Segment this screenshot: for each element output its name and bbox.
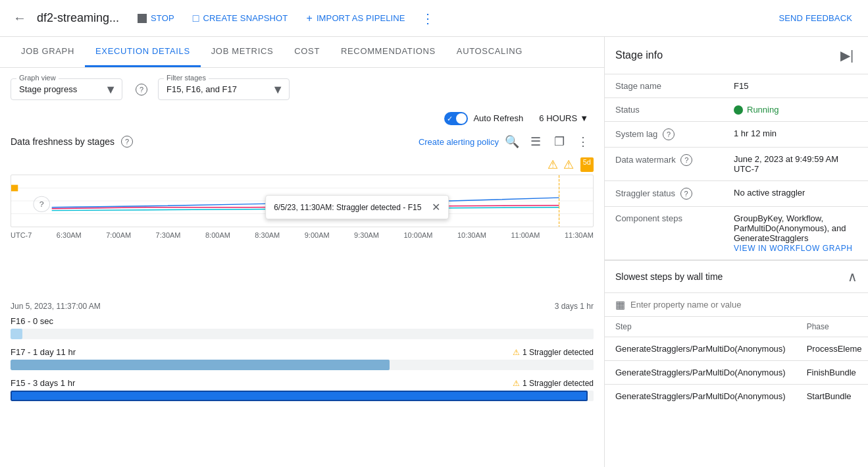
back-button[interactable]: ← <box>8 7 32 30</box>
search-chart-button[interactable]: 🔍 <box>501 131 523 152</box>
stage-time-left: Jun 5, 2023, 11:37:00 AM <box>11 302 101 311</box>
step-cell: GenerateStragglers/ParMultiDo(Anonymous) <box>605 337 796 361</box>
stage-bar-track-f16 <box>11 329 594 339</box>
filter-icon: ☰ <box>530 134 541 149</box>
tooltip-close-button[interactable]: ✕ <box>432 201 440 213</box>
warning-icon-f15: ⚠ <box>513 379 520 388</box>
filter-row: ▦ <box>605 293 868 317</box>
send-feedback-button[interactable]: SEND FEEDBACK <box>771 9 861 27</box>
stage-name-label: Stage name <box>605 74 723 98</box>
step-col-header: Step <box>605 317 796 337</box>
more-chart-icon: ⋮ <box>577 134 589 149</box>
warning-icon-2: ⚠ <box>563 157 574 172</box>
stage-bar-track-f17 <box>11 360 594 370</box>
table-row: GenerateStragglers/ParMultiDo(Anonymous)… <box>605 337 868 361</box>
chart-tooltip: 6/5/23, 11:30AM: Straggler detected - F1… <box>265 195 449 219</box>
stage-name-f15: F15 - 3 days 1 hr <box>11 378 75 388</box>
data-watermark-help-icon[interactable]: ? <box>680 154 692 166</box>
filter-stages-selector[interactable]: Filter stages F15, F16, and F17 ▼ <box>158 78 290 100</box>
toggle-thumb <box>456 113 467 124</box>
create-alert-link[interactable]: Create alerting policy <box>419 137 499 147</box>
snapshot-icon: □ <box>193 13 199 24</box>
info-row-straggler-status: Straggler status ? No active straggler <box>605 181 868 207</box>
time-range-dropdown-icon: ▼ <box>580 113 588 123</box>
stop-button[interactable]: STOP <box>130 9 182 27</box>
tab-job-graph[interactable]: JOB GRAPH <box>11 37 85 67</box>
tab-autoscaling[interactable]: AUTOSCALING <box>446 37 533 67</box>
graph-view-selector[interactable]: Graph view Stage progress ▼ <box>11 78 122 100</box>
tab-execution-details[interactable]: EXECUTION DETAILS <box>85 37 201 67</box>
warning-badges: ⚠ ⚠ 5d <box>11 157 594 172</box>
expand-chart-button[interactable]: ❐ <box>549 131 570 152</box>
stage-info-title: Stage info <box>615 49 663 61</box>
graph-controls: Graph view Stage progress ▼ ? Filter sta… <box>0 68 604 111</box>
tabs: JOB GRAPH EXECUTION DETAILS JOB METRICS … <box>0 37 604 68</box>
info-row-status: Status Running <box>605 98 868 122</box>
stage-time-right: 3 days 1 hr <box>555 302 594 311</box>
slowest-collapse-icon[interactable]: ∧ <box>848 269 857 285</box>
info-row-system-lag: System lag ? 1 hr 12 min <box>605 122 868 148</box>
stage-info-table: Stage name F15 Status Running System lag… <box>605 74 868 260</box>
slowest-steps-title: Slowest steps by wall time <box>615 271 723 282</box>
stage-bar-f16 <box>11 329 22 339</box>
stage-bar-track-f15 <box>11 391 594 401</box>
job-title: df2-streaming... <box>37 11 119 25</box>
left-panel: JOB GRAPH EXECUTION DETAILS JOB METRICS … <box>0 37 605 467</box>
tab-cost[interactable]: COST <box>284 37 330 67</box>
slowest-steps-section: Slowest steps by wall time ∧ ▦ Step Phas… <box>605 260 868 467</box>
component-steps-value: GroupByKey, Workflow, ParMultiDo(Anonymo… <box>734 213 857 243</box>
tab-job-metrics[interactable]: JOB METRICS <box>201 37 284 67</box>
svg-text:?: ? <box>39 200 44 209</box>
filter-stages-arrow-icon: ▼ <box>272 82 284 96</box>
stage-item-f17: F17 - 1 day 11 hr ⚠ 1 Straggler detected <box>11 347 594 370</box>
stage-name-f17: F17 - 1 day 11 hr <box>11 347 76 357</box>
chart-title: Data freshness by stages <box>11 136 115 147</box>
stage-name-f16: F16 - 0 sec <box>11 316 53 326</box>
table-row: GenerateStragglers/ParMultiDo(Anonymous)… <box>605 385 868 408</box>
graph-view-help-icon[interactable]: ? <box>136 84 147 96</box>
auto-refresh-toggle[interactable]: ✓ Auto Refresh <box>444 112 523 125</box>
x-axis: UTC-7 6:30AM 7:00AM 7:30AM 8:00AM 8:30AM… <box>11 230 594 240</box>
stop-icon <box>138 14 147 23</box>
main-layout: JOB GRAPH EXECUTION DETAILS JOB METRICS … <box>0 37 868 467</box>
right-panel: Stage info ▶| Stage name F15 Status Runn… <box>605 37 868 467</box>
phase-col-header: Phase <box>796 317 868 337</box>
filter-chart-button[interactable]: ☰ <box>525 131 546 152</box>
stage-info-header: Stage info ▶| <box>605 37 868 74</box>
system-lag-help-icon[interactable]: ? <box>663 128 675 140</box>
stage-item-f16: F16 - 0 sec <box>11 316 594 339</box>
status-running-icon <box>734 105 743 115</box>
warning-icon-f17: ⚠ <box>513 348 520 357</box>
stage-name-value: F15 <box>723 74 868 98</box>
info-row-data-watermark: Data watermark ? June 2, 2023 at 9:49:59… <box>605 148 868 181</box>
chart-help-icon[interactable]: ? <box>121 136 133 148</box>
phase-cell: FinishBundle <box>796 361 868 385</box>
stages-section: Jun 5, 2023, 11:37:00 AM 3 days 1 hr F16… <box>0 296 604 467</box>
info-row-stage-name: Stage name F15 <box>605 74 868 98</box>
chart-header: Data freshness by stages ? Create alerti… <box>11 131 594 152</box>
straggler-warning-f15: ⚠ 1 Straggler detected <box>513 379 594 388</box>
graph-view-arrow-icon: ▼ <box>105 82 116 96</box>
status-label: Status <box>605 98 723 122</box>
view-workflow-link[interactable]: VIEW IN WORKFLOW GRAPH <box>734 244 853 253</box>
filter-input[interactable] <box>630 300 857 310</box>
more-actions-button[interactable]: ⋮ <box>416 7 440 30</box>
more-chart-button[interactable]: ⋮ <box>573 131 594 152</box>
svg-rect-3 <box>11 185 18 192</box>
auto-refresh-row: ✓ Auto Refresh 6 HOURS ▼ <box>0 111 604 131</box>
auto-refresh-label: Auto Refresh <box>473 113 523 123</box>
steps-table-header: Step Phase <box>605 317 868 337</box>
info-row-component-steps: Component steps GroupByKey, Workflow, Pa… <box>605 207 868 260</box>
stage-item-f15: F15 - 3 days 1 hr ⚠ 1 Straggler detected <box>11 378 594 401</box>
collapse-panel-button[interactable]: ▶| <box>836 45 857 66</box>
stage-bar-f17 <box>11 360 390 370</box>
create-snapshot-button[interactable]: □ CREATE SNAPSHOT <box>185 9 296 28</box>
straggler-help-icon[interactable]: ? <box>680 188 692 200</box>
import-pipeline-button[interactable]: + IMPORT AS PIPELINE <box>298 9 413 28</box>
system-lag-value: 1 hr 12 min <box>723 122 868 148</box>
top-actions: STOP □ CREATE SNAPSHOT + IMPORT AS PIPEL… <box>130 7 860 30</box>
time-range-selector[interactable]: 6 HOURS ▼ <box>534 111 594 126</box>
table-row: GenerateStragglers/ParMultiDo(Anonymous)… <box>605 361 868 385</box>
component-steps-label: Component steps <box>605 207 723 260</box>
tab-recommendations[interactable]: RECOMMENDATIONS <box>330 37 446 67</box>
